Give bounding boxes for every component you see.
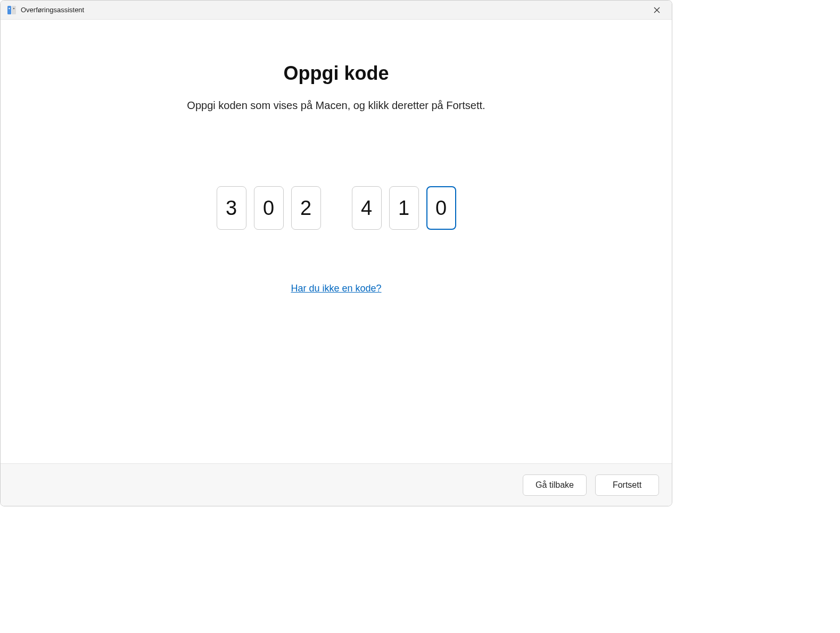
titlebar-left: Overføringsassistent [7, 5, 84, 15]
close-button[interactable] [646, 2, 668, 18]
svg-rect-1 [12, 6, 16, 14]
main-content: Oppgi kode Oppgi koden som vises på Mace… [1, 20, 672, 463]
footer-bar: Gå tilbake Fortsett [1, 463, 672, 506]
code-digit-3[interactable] [291, 186, 321, 230]
code-digit-2[interactable] [254, 186, 284, 230]
code-group-gap [328, 186, 344, 230]
svg-rect-0 [7, 6, 11, 14]
back-button[interactable]: Gå tilbake [523, 474, 587, 496]
window-title: Overføringsassistent [21, 6, 84, 14]
svg-point-2 [9, 7, 10, 9]
titlebar: Overføringsassistent [1, 1, 672, 20]
migration-assistant-icon [7, 5, 17, 15]
code-input-row [217, 186, 456, 230]
code-digit-4[interactable] [352, 186, 382, 230]
svg-point-3 [13, 7, 14, 9]
page-heading: Oppgi kode [284, 62, 389, 85]
no-code-link[interactable]: Har du ikke en kode? [291, 283, 381, 294]
continue-button[interactable]: Fortsett [595, 474, 659, 496]
code-digit-5[interactable] [389, 186, 419, 230]
instruction-text: Oppgi koden som vises på Macen, og klikk… [187, 99, 485, 112]
code-digit-1[interactable] [217, 186, 246, 230]
code-digit-6[interactable] [426, 186, 456, 230]
